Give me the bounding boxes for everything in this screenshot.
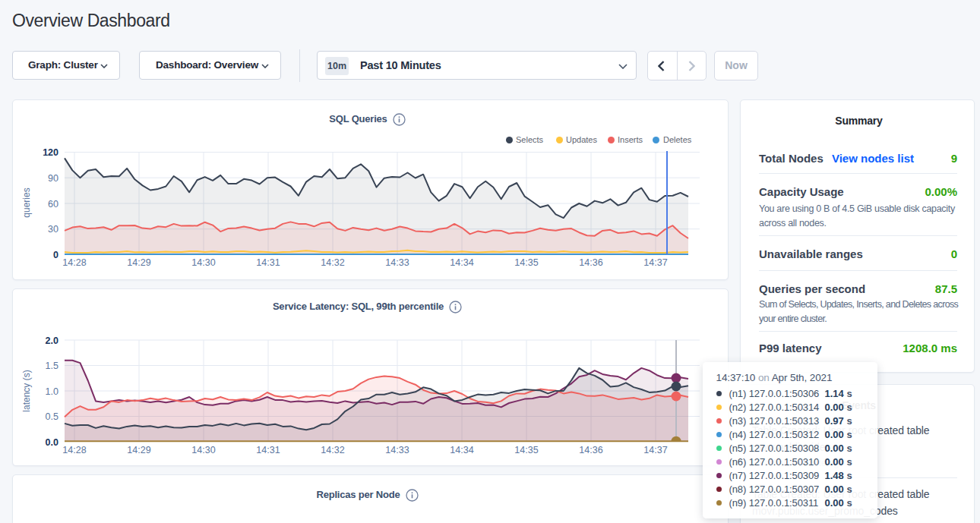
- svg-text:14:33: 14:33: [385, 257, 409, 268]
- svg-text:14:30: 14:30: [191, 445, 215, 455]
- svg-text:14:28: 14:28: [62, 257, 86, 268]
- svg-text:60: 60: [48, 199, 58, 210]
- svg-text:14:36: 14:36: [579, 257, 602, 268]
- svg-text:14:36: 14:36: [579, 445, 602, 455]
- svg-text:14:31: 14:31: [256, 257, 280, 268]
- svg-text:14:34: 14:34: [450, 257, 473, 268]
- svg-text:1.0: 1.0: [46, 386, 58, 397]
- svg-text:0: 0: [53, 250, 58, 260]
- svg-text:14:34: 14:34: [450, 445, 473, 455]
- svg-text:14:35: 14:35: [514, 445, 538, 455]
- svg-text:14:29: 14:29: [127, 257, 150, 268]
- svg-text:14:32: 14:32: [321, 257, 344, 268]
- svg-text:0.5: 0.5: [46, 411, 58, 422]
- svg-text:14:35: 14:35: [514, 257, 538, 268]
- svg-text:14:32: 14:32: [321, 445, 344, 455]
- svg-text:90: 90: [48, 173, 58, 184]
- svg-text:30: 30: [48, 224, 58, 235]
- svg-text:14:37: 14:37: [643, 445, 667, 455]
- svg-text:0.0: 0.0: [46, 437, 58, 448]
- svg-text:14:28: 14:28: [62, 445, 86, 455]
- svg-text:latency (s): latency (s): [21, 370, 32, 411]
- svg-text:120: 120: [43, 147, 58, 158]
- svg-text:14:37: 14:37: [643, 257, 667, 268]
- svg-text:2.0: 2.0: [46, 336, 58, 346]
- svg-text:queries: queries: [21, 187, 32, 217]
- svg-text:14:30: 14:30: [191, 257, 215, 268]
- svg-text:14:29: 14:29: [127, 445, 150, 455]
- svg-text:14:33: 14:33: [385, 445, 409, 455]
- svg-text:14:31: 14:31: [256, 445, 280, 455]
- svg-text:1.5: 1.5: [46, 361, 58, 371]
